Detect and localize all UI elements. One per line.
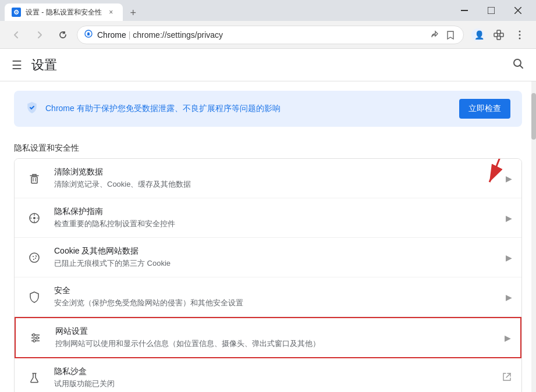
svg-line-18	[520, 66, 523, 69]
tab-title: 设置 - 隐私设置和安全性	[26, 8, 102, 17]
security-banner: Chrome 有助于保护您免受数据泄露、不良扩展程序等问题的影响 立即检查	[14, 91, 522, 127]
forward-button[interactable]	[30, 26, 49, 44]
banner-text[interactable]: Chrome 有助于保护您免受数据泄露、不良扩展程序等问题的影响	[45, 104, 452, 114]
svg-point-37	[36, 337, 38, 339]
svg-point-24	[33, 217, 36, 219]
svg-rect-3	[488, 7, 495, 14]
privacy-guide-desc: 检查重要的隐私控制设置和安全控件	[54, 219, 506, 229]
clear-browsing-name: 清除浏览数据	[54, 167, 506, 177]
close-button[interactable]	[505, 0, 531, 21]
clear-browsing-arrow: ▶	[506, 174, 512, 183]
cookies-arrow: ▶	[506, 253, 512, 262]
security-arrow: ▶	[506, 293, 512, 302]
hamburger-menu[interactable]: ☰	[12, 58, 22, 72]
setting-item-privacy-guide[interactable]: 隐私保护指南 检查重要的隐私控制设置和安全控件 ▶	[15, 198, 521, 238]
page-title: 设置	[31, 56, 57, 74]
title-bar: ⚙ 设置 - 隐私设置和安全性 × +	[0, 0, 536, 21]
trash-icon	[24, 168, 45, 189]
svg-point-31	[35, 258, 36, 259]
new-tab-button[interactable]: +	[125, 5, 141, 21]
shield-security-icon	[24, 287, 45, 308]
clear-browsing-desc: 清除浏览记录、Cookie、缓存及其他数据	[54, 179, 506, 190]
svg-point-32	[33, 259, 34, 260]
cookies-desc: 已阻止无痕模式下的第三方 Cookie	[54, 258, 506, 269]
setting-item-cookies[interactable]: Cookie 及其他网站数据 已阻止无痕模式下的第三方 Cookie ▶	[15, 238, 521, 277]
privacy-guide-name: 隐私保护指南	[54, 206, 506, 217]
svg-line-39	[506, 373, 510, 377]
check-now-button[interactable]: 立即检查	[459, 99, 510, 119]
share-icon[interactable]	[428, 29, 440, 41]
tab-favicon: ⚙	[12, 8, 21, 17]
profile-button[interactable]: 👤	[468, 26, 487, 44]
svg-point-14	[519, 30, 521, 32]
svg-point-16	[519, 37, 521, 39]
external-link-icon	[502, 372, 512, 384]
site-settings-desc: 控制网站可以使用和显示什么信息（如位置信息、摄像头、弹出式窗口及其他）	[55, 338, 505, 349]
svg-text:⚙: ⚙	[13, 9, 19, 16]
svg-point-38	[33, 340, 36, 342]
navigation-bar: Chrome | chrome://settings/privacy 👤	[0, 21, 536, 49]
svg-point-29	[30, 253, 39, 262]
scrollbar-thumb[interactable]	[531, 93, 536, 140]
address-bar[interactable]: Chrome | chrome://settings/privacy	[77, 26, 464, 44]
site-settings-arrow: ▶	[505, 333, 511, 343]
flask-icon	[24, 368, 45, 389]
address-text: Chrome | chrome://settings/privacy	[97, 30, 424, 40]
svg-rect-7	[87, 34, 90, 35]
privacy-sandbox-name: 隐私沙盒	[54, 366, 502, 377]
setting-item-clear-browsing[interactable]: 清除浏览数据 清除浏览记录、Cookie、缓存及其他数据 ▶	[15, 159, 521, 198]
site-settings-name: 网站设置	[55, 326, 505, 337]
clear-browsing-text: 清除浏览数据 清除浏览记录、Cookie、缓存及其他数据	[54, 167, 506, 190]
window-controls	[451, 0, 531, 21]
svg-point-30	[33, 256, 34, 257]
privacy-sandbox-text: 隐私沙盒 试用版功能已关闭	[54, 366, 502, 389]
site-settings-text: 网站设置 控制网站可以使用和显示什么信息（如位置信息、摄像头、弹出式窗口及其他）	[55, 326, 505, 349]
privacy-guide-text: 隐私保护指南 检查重要的隐私控制设置和安全控件	[54, 206, 506, 229]
address-lock-icon	[84, 30, 93, 40]
security-desc: 安全浏览（保护您免受危险网站的侵害）和其他安全设置	[54, 298, 506, 308]
setting-item-security[interactable]: 安全 安全浏览（保护您免受危险网站的侵害）和其他安全设置 ▶	[15, 277, 521, 317]
section-title: 隐私设置和安全性	[0, 136, 536, 158]
extensions-button[interactable]	[489, 26, 508, 44]
reload-button[interactable]	[54, 26, 72, 44]
setting-item-privacy-sandbox[interactable]: 隐私沙盒 试用版功能已关闭	[15, 358, 521, 392]
scrollbar-track[interactable]	[531, 81, 536, 392]
setting-item-site-settings[interactable]: 网站设置 控制网站可以使用和显示什么信息（如位置信息、摄像头、弹出式窗口及其他）…	[15, 317, 521, 358]
svg-text:👤: 👤	[474, 30, 484, 40]
compass-icon	[24, 208, 45, 229]
svg-point-36	[33, 334, 35, 336]
svg-rect-20	[31, 177, 37, 183]
shield-icon	[26, 101, 38, 117]
browser-window: ⚙ 设置 - 隐私设置和安全性 × +	[0, 0, 536, 392]
tab-bar: ⚙ 设置 - 隐私设置和安全性 × +	[5, 0, 451, 21]
address-brand: Chrome	[97, 30, 126, 40]
minimize-button[interactable]	[451, 0, 478, 21]
tab-close-button[interactable]: ×	[107, 8, 116, 17]
svg-rect-2	[461, 10, 468, 11]
privacy-guide-arrow: ▶	[506, 213, 512, 223]
menu-button[interactable]	[510, 26, 529, 44]
cookies-name: Cookie 及其他网站数据	[54, 246, 506, 256]
maximize-button[interactable]	[478, 0, 505, 21]
privacy-sandbox-desc: 试用版功能已关闭	[54, 379, 502, 389]
svg-point-15	[519, 34, 521, 35]
settings-list: 清除浏览数据 清除浏览记录、Cookie、缓存及其他数据 ▶ 隐私保护指南 检查…	[14, 158, 522, 392]
security-text: 安全 安全浏览（保护您免受危险网站的侵害）和其他安全设置	[54, 286, 506, 308]
bookmark-icon[interactable]	[445, 29, 456, 41]
search-button[interactable]	[512, 57, 524, 73]
cookie-icon	[24, 247, 45, 268]
settings-header: ☰ 设置	[0, 49, 536, 81]
settings-content: Chrome 有助于保护您免受数据泄露、不良扩展程序等问题的影响 立即检查 隐私…	[0, 81, 536, 392]
back-button[interactable]	[7, 26, 26, 44]
sliders-icon	[25, 327, 46, 348]
cookies-text: Cookie 及其他网站数据 已阻止无痕模式下的第三方 Cookie	[54, 246, 506, 269]
nav-actions: 👤	[468, 26, 529, 44]
address-path: chrome://settings/privacy	[133, 30, 223, 40]
settings-wrapper: ☰ 设置 Chrome 有助于保护您免受数据泄露、不良扩展程序等问题的影响 立即…	[0, 49, 536, 392]
security-name: 安全	[54, 286, 506, 296]
active-tab[interactable]: ⚙ 设置 - 隐私设置和安全性 ×	[5, 3, 123, 21]
